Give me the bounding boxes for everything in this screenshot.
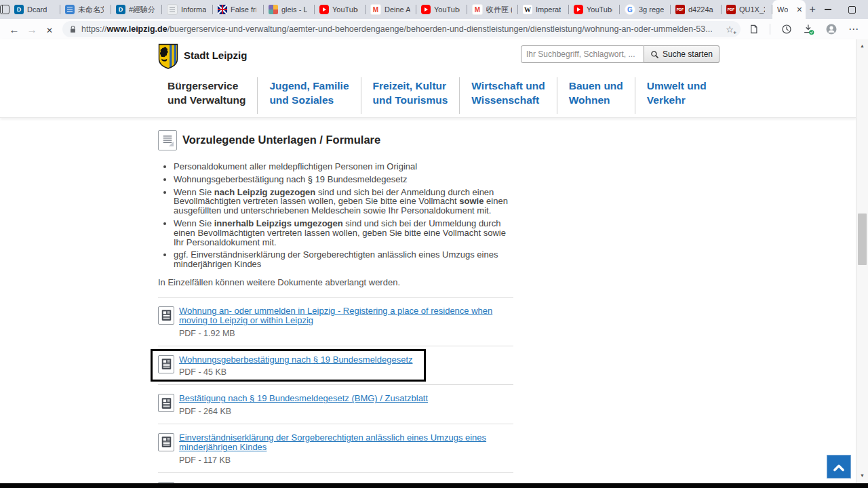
download-row-box: Einverständniserklärung der Sorgeberecht… [151, 427, 513, 470]
browser-tab[interactable]: Informa [162, 0, 213, 19]
browser-tab[interactable]: M Deine A [366, 0, 416, 19]
browser-tab[interactable]: YouTube [569, 0, 620, 19]
nav-item-4[interactable]: Bauen und Wohnen [557, 77, 635, 114]
scroll-up-arrow-icon[interactable] [856, 41, 868, 51]
gmail-favicon-icon: M [370, 4, 381, 15]
maximize-icon [848, 6, 856, 14]
downloads-icon[interactable] [803, 24, 814, 35]
download-link[interactable]: Einverständniserklärung der Sorgeberecht… [179, 433, 502, 453]
site-brand-name: Stadt Leipzig [184, 49, 247, 61]
youtube-favicon-icon [421, 5, 431, 14]
minimize-button[interactable] [816, 0, 840, 19]
active-tab[interactable]: Wo [772, 0, 806, 19]
browser-tab[interactable]: D Dcard [9, 0, 60, 19]
download-link[interactable]: Bestätigung nach § 19 Bundesmeldegesetz … [179, 394, 428, 404]
collections-page-icon[interactable] [749, 24, 759, 35]
bluedoc-favicon-icon [65, 5, 75, 14]
nav-item-2[interactable]: Freizeit, Kultur und Tourismus [361, 77, 460, 114]
download-link[interactable]: Wohnung an- oder ummelden in Leipzig - R… [179, 306, 502, 326]
download-size: PDF - 117 KB [179, 455, 502, 465]
browser-tab[interactable]: PDF d4224a [671, 0, 722, 19]
dcard-favicon-icon: D [14, 5, 24, 14]
youtube-favicon-icon [319, 5, 329, 14]
search-button-label: Suche starten [663, 49, 713, 59]
nav-item-5[interactable]: Umwelt und Verkehr [635, 77, 718, 114]
stop-button[interactable] [41, 24, 58, 35]
chevron-up-icon [831, 461, 846, 473]
browser-window: D Dcard 未命名文 D #經驗分 Informa False fri gl… [0, 0, 868, 488]
search-icon [650, 50, 659, 59]
browser-tab[interactable]: G 3g rege [620, 0, 671, 19]
bullet-item: Wenn Sie innerhalb Leipzigs umgezogen si… [174, 219, 513, 247]
browser-tab[interactable]: False fri [213, 0, 264, 19]
download-size: PDF - 264 KB [179, 407, 428, 416]
browser-tab[interactable]: D #經驗分 [111, 0, 162, 19]
minimize-icon [825, 9, 831, 9]
nav-item-0[interactable]: Bürgerservice und Verwaltung [158, 77, 257, 114]
note-text: In Einzelfällen können weitere Dokumente… [158, 277, 513, 287]
greydoc-favicon-icon [167, 4, 178, 15]
scroll-down-arrow-icon[interactable] [856, 470, 868, 481]
toolbar-icons [749, 23, 859, 35]
browser-tab[interactable]: YouTube [416, 0, 467, 19]
site-logo-link[interactable]: Stadt Leipzig [158, 43, 247, 69]
tab-title: Deine A [384, 5, 410, 14]
menu-ellipsis-icon[interactable] [848, 23, 859, 35]
profile-avatar-icon[interactable] [825, 23, 837, 35]
wikipedia-favicon-icon: W [523, 5, 532, 14]
back-button[interactable] [5, 24, 23, 35]
forward-button[interactable] [23, 24, 41, 35]
browser-tab[interactable]: M 收件匣 ( [467, 0, 518, 19]
bullet-item: Wenn Sie nach Leipzig zugezogen sind und… [174, 188, 513, 216]
page-scrollbar[interactable] [856, 39, 868, 483]
tab-close-icon[interactable] [796, 6, 802, 14]
tab-list: D Dcard 未命名文 D #經驗分 Informa False fri gl… [9, 0, 772, 19]
bullet-item: ggf. Einverständniserklärung der Sorgebe… [174, 250, 513, 269]
nav-item-1[interactable]: Jugend, Familie und Soziales [257, 77, 360, 114]
gmail-favicon-icon: M [472, 4, 483, 15]
ukflag-favicon-icon [218, 5, 227, 14]
download-row-box: Wohnungsgeberbestätigung nach § 19 Bunde… [151, 349, 426, 382]
tab-title: QU1X_2 [739, 5, 765, 14]
tab-title: Imperat [536, 5, 561, 14]
tab-title: Informa [181, 5, 206, 14]
pdf-favicon-icon: PDF [726, 5, 736, 14]
tab-title: 收件匣 ( [486, 5, 512, 15]
history-icon[interactable] [781, 24, 792, 35]
maximize-button[interactable] [840, 0, 865, 19]
browser-tab[interactable]: W Imperat [518, 0, 569, 19]
search-input[interactable] [521, 45, 644, 63]
download-row-box: Wohnung an- oder ummelden in Leipzig - R… [151, 300, 513, 343]
scrollbar-thumb[interactable] [858, 214, 867, 265]
pdf-file-icon [158, 306, 174, 325]
multi-favicon-icon [269, 5, 278, 14]
browser-tab[interactable]: gleis - L [264, 0, 315, 19]
favorite-star-icon[interactable] [726, 24, 734, 35]
pdf-favicon-icon: PDF [675, 5, 685, 14]
tab-title: Dcard [27, 5, 47, 14]
tab-title: gleis - L [281, 5, 307, 14]
new-tab-button[interactable] [810, 0, 816, 19]
download-link[interactable]: Wohnungsgeberbestätigung nach § 19 Bunde… [179, 355, 413, 365]
browser-tab[interactable]: YouTube [315, 0, 366, 19]
download-size: PDF - 1.92 MB [179, 329, 502, 338]
nav-item-3[interactable]: Wirtschaft und Wissenschaft [459, 77, 556, 114]
download-row: Wohnung an- oder ummelden in Leipzig - R… [158, 298, 513, 346]
download-size: PDF - 45 KB [179, 367, 413, 377]
tab-actions-button[interactable] [0, 0, 9, 19]
lock-icon [69, 25, 77, 34]
search-button[interactable]: Suche starten [644, 45, 719, 63]
dcard-favicon-icon: D [116, 5, 125, 14]
close-button[interactable] [865, 0, 868, 19]
section-header: Vorzulegende Unterlagen / Formulare [158, 130, 513, 150]
browser-tab[interactable]: PDF QU1X_2 [722, 0, 772, 19]
document-section-icon [158, 130, 177, 150]
download-row-box: Bestätigung nach § 19 Bundesmeldegesetz … [151, 388, 439, 421]
site-search: Suche starten [521, 45, 719, 63]
back-to-top-button[interactable] [827, 455, 851, 479]
pdf-file-icon [158, 433, 174, 451]
browser-tab[interactable]: 未命名文 [60, 0, 111, 19]
address-bar[interactable]: https://www.leipzig.de/buergerservice-un… [62, 21, 741, 37]
tab-strip: D Dcard 未命名文 D #經驗分 Informa False fri gl… [0, 0, 868, 19]
google-favicon-icon: G [625, 4, 635, 15]
